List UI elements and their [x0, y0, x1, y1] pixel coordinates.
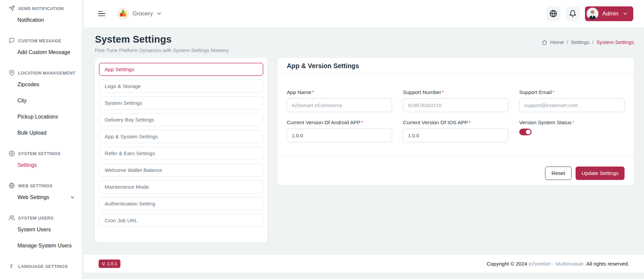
send-icon	[9, 5, 15, 11]
tab-system-settings[interactable]: System Settings	[99, 96, 263, 109]
sidebar-item-label: Bulk Upload	[17, 130, 46, 136]
sidebar-section-language-settings: TLANGUAGE SETTINGS	[0, 263, 84, 270]
field-current-version-of-ios-app: Current Version Of IOS APP*	[403, 120, 508, 142]
page-head: System Settings Fine-Tune Platform Dynam…	[95, 34, 634, 53]
sidebar-item-label: Pickup Locations	[17, 114, 58, 120]
sidebar-section-custom-message: CUSTOM MESSAGEAdd Custom Message	[0, 37, 84, 60]
sidebar: SEND NOTIFICATIONNotificationCUSTOM MESS…	[0, 0, 84, 279]
main-area: Grocery Admin	[84, 0, 644, 279]
globe-icon	[9, 183, 15, 189]
update-settings-button[interactable]: Update Settings	[576, 167, 625, 180]
notifications-button[interactable]	[566, 6, 580, 21]
version-system-status-toggle[interactable]	[519, 129, 532, 135]
chevron-down-icon	[623, 11, 628, 16]
field-current-version-of-android-app: Current Version Of Android APP*	[287, 120, 392, 142]
breadcrumb-home-link[interactable]: Home	[550, 39, 564, 45]
sidebar-section-header: SYSTEM SETTINGS	[0, 150, 84, 157]
sidebar-section-title: WEB SETTINGS	[18, 183, 53, 188]
field-label: Current Version Of Android APP*	[287, 120, 392, 126]
tab-maintenence-mode[interactable]: Maintenence Mode	[99, 180, 263, 193]
version-badge: V. 1.0.1	[99, 260, 120, 268]
sidebar-section-title: LOCATION MANAGEMENT	[18, 71, 75, 76]
field-label: Current Version Of IOS APP*	[403, 120, 508, 126]
tab-authentication-setting[interactable]: Authentication Setting	[99, 197, 263, 210]
support-email-input[interactable]	[519, 98, 625, 112]
sidebar-item-pickup-locations[interactable]: Pickup Locations	[0, 109, 84, 125]
sidebar-section-title: LANGUAGE SETTINGS	[18, 264, 68, 269]
app-name-input[interactable]	[287, 98, 392, 112]
tab-cron-job-url[interactable]: Cron Job URL	[99, 214, 263, 227]
brand-link[interactable]: eZeeMart - Multimodule.	[529, 261, 585, 267]
sidebar-item-add-custom-message[interactable]: Add Custom Message	[0, 44, 84, 60]
current-version-of-ios-app-input[interactable]	[403, 129, 508, 142]
svg-text:T: T	[10, 264, 13, 269]
settings-tabs-card: App SettingsLogo & StorageSystem Setting…	[95, 58, 267, 242]
home-icon	[542, 40, 547, 45]
tab-logo-storage[interactable]: Logo & Storage	[99, 80, 263, 93]
toggle-knob	[526, 130, 531, 134]
required-asterisk: *	[552, 89, 554, 95]
tab-app-settings[interactable]: App Settings	[99, 63, 263, 76]
tab-refer-earn-settings[interactable]: Refer & Earn Settings	[99, 147, 263, 160]
sidebar-section-header: CUSTOM MESSAGE	[0, 37, 84, 44]
globe-icon	[549, 10, 557, 17]
sidebar-item-label: Manage System Users	[17, 243, 72, 249]
field-support-email: Support Email*	[519, 89, 625, 112]
sidebar-item-settings[interactable]: Settings	[0, 157, 84, 173]
sidebar-toggle-icon[interactable]	[98, 11, 105, 16]
current-version-of-android-app-input[interactable]	[287, 129, 392, 142]
sidebar-item-label: City	[17, 98, 27, 104]
field-label: Version System Status*	[519, 120, 625, 126]
admin-label: Admin	[602, 10, 619, 17]
bell-icon	[569, 10, 577, 17]
sidebar-item-notification[interactable]: Notification	[0, 12, 84, 28]
topbar: Grocery Admin	[84, 0, 644, 27]
sidebar-section-header: SEND NOTIFICATION	[0, 5, 84, 12]
form-actions: Reset Update Settings	[277, 156, 634, 185]
map-pin-icon	[9, 70, 15, 76]
required-asterisk: *	[442, 89, 444, 95]
field-version-system-status: Version System Status*	[519, 120, 625, 142]
breadcrumb-settings-link[interactable]: Settings	[571, 39, 590, 45]
language-globe-button[interactable]	[546, 6, 561, 21]
sidebar-nav: SEND NOTIFICATIONNotificationCUSTOM MESS…	[0, 5, 84, 270]
field-label: Support Email*	[519, 89, 625, 95]
reset-button[interactable]: Reset	[545, 167, 572, 180]
support-number-input[interactable]	[403, 98, 508, 112]
sidebar-item-city[interactable]: City	[0, 93, 84, 109]
store-switcher-dropdown[interactable]: Grocery	[117, 8, 162, 19]
sidebar-section-system-users: SYSTEM USERSSystem UsersManage System Us…	[0, 214, 84, 254]
sidebar-item-web-settings[interactable]: Web Settings	[0, 189, 84, 205]
sidebar-item-zipcodes[interactable]: Zipcodes	[0, 77, 84, 93]
tab-delivery-boy-settings[interactable]: Delivery Boy Settings	[99, 113, 263, 126]
sidebar-section-header: WEB SETTINGS	[0, 182, 84, 189]
required-asterisk: *	[361, 120, 363, 125]
required-asterisk: *	[312, 89, 314, 95]
sidebar-section-header: LOCATION MANAGEMENT	[0, 69, 84, 77]
tab-welcome-wallet-balance[interactable]: Welcome Wallet Balance	[99, 164, 263, 177]
chat-bubble-icon	[9, 38, 15, 44]
sidebar-section-system-settings: SYSTEM SETTINGSSettings	[0, 150, 84, 173]
sidebar-section-title: SEND NOTIFICATION	[18, 6, 64, 11]
sidebar-section-title: SYSTEM USERS	[18, 216, 53, 221]
language-icon: T	[9, 263, 15, 269]
sidebar-item-manage-system-users[interactable]: Manage System Users	[0, 238, 84, 254]
sidebar-item-system-users[interactable]: System Users	[0, 222, 84, 238]
sidebar-section-location-management: LOCATION MANAGEMENTZipcodesCityPickup Lo…	[0, 69, 84, 141]
sidebar-section-send-notification: SEND NOTIFICATIONNotification	[0, 5, 84, 28]
footer: V. 1.0.1 Copyright © 2024 eZeeMart - Mul…	[84, 255, 644, 273]
sidebar-section-title: CUSTOM MESSAGE	[18, 38, 61, 43]
users-icon	[9, 215, 15, 221]
chevron-down-icon	[70, 195, 75, 200]
panel-title: App & Version Settings	[277, 58, 634, 74]
gear-icon	[9, 150, 15, 156]
copyright-text: Copyright © 2024 eZeeMart - Multimodule.…	[487, 261, 629, 267]
tab-app-system-settings[interactable]: App & System Settings	[99, 130, 263, 143]
field-app-name: App Name*	[287, 89, 392, 112]
field-support-number: Support Number*	[403, 89, 508, 112]
settings-form: App Name*Support Number*Support Email*Cu…	[277, 74, 634, 156]
sidebar-item-bulk-upload[interactable]: Bulk Upload	[0, 125, 84, 141]
required-asterisk: *	[572, 120, 574, 125]
admin-menu-button[interactable]: Admin	[585, 6, 633, 21]
breadcrumb-current: System Settings	[596, 39, 634, 45]
